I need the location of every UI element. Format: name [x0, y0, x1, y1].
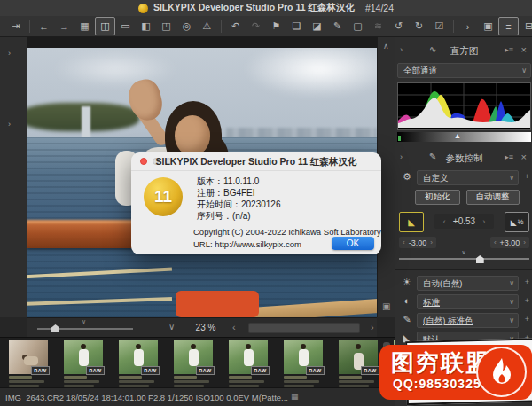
compare-view-icon[interactable]: ◧ — [136, 17, 156, 35]
white-balance-select[interactable]: 自动(自然) ∨ — [417, 276, 519, 291]
color-select[interactable]: (自然) 标准色 ∨ — [417, 313, 519, 328]
preset-select[interactable]: 自定义 ∨ — [417, 170, 519, 185]
scroll-right-icon[interactable]: › — [371, 322, 374, 332]
color-pen-icon[interactable]: ✎ — [401, 314, 413, 325]
exposure-slider-thumb[interactable] — [476, 255, 484, 263]
exposure-pen-icon[interactable]: ⚑ — [266, 17, 286, 35]
add-tone-icon[interactable]: + — [525, 296, 529, 305]
chevron-down-icon: ∨ — [521, 66, 527, 74]
thumbnail-caption — [174, 380, 209, 383]
partial-selection-icon[interactable]: ▢ — [348, 17, 368, 35]
expand-left-panel-1-icon[interactable]: › — [8, 49, 11, 58]
chevron-left-icon: ‹ — [403, 238, 405, 246]
exposure-bias-icon[interactable]: ◣ — [399, 212, 424, 232]
exposure-value-stepper[interactable]: ‹ +0.53 › — [434, 214, 494, 229]
undo-icon[interactable]: ↶ — [225, 17, 246, 35]
zoom-slider-thumb[interactable] — [51, 324, 59, 332]
layer-stack-icon[interactable]: ≋ — [368, 17, 388, 35]
more-tools-icon[interactable]: › — [458, 17, 478, 35]
prev-image-icon[interactable]: ← — [34, 17, 54, 35]
horizontal-scrollbar-thumb[interactable] — [249, 324, 359, 332]
version-value: 11.0.11.0 — [223, 176, 259, 186]
color-pen-icon[interactable]: ✎ — [327, 17, 348, 35]
develop-export-icon[interactable]: ⇥ — [5, 17, 26, 35]
tone-select[interactable]: 标准 ∨ — [417, 294, 519, 309]
contrast-icon[interactable]: ◐ — [401, 295, 413, 306]
rotate-left-icon[interactable]: ↺ — [388, 17, 409, 35]
mark-check-icon[interactable]: ☑ — [429, 17, 450, 35]
exposure-value: +0.53 — [453, 216, 475, 226]
zoom-slider-tick-icon: ∨ — [82, 318, 86, 325]
thumbnail-4[interactable]: RAW — [169, 340, 217, 387]
combination-view-icon[interactable]: ◫ — [95, 17, 115, 35]
redo-icon[interactable]: ↷ — [246, 17, 266, 35]
initialize-button[interactable]: 初始化 — [415, 190, 460, 205]
panel-menu-icon[interactable]: ▸≡ — [505, 45, 513, 54]
version-field: 版本：11.0.11.0 — [197, 176, 281, 187]
gradient-marker-icon[interactable]: ▲ — [453, 131, 461, 140]
chart-mini-icon[interactable]: ▦ — [291, 392, 299, 401]
add-wb-icon[interactable]: + — [525, 277, 529, 286]
thumbnail-3[interactable]: RAW — [114, 340, 162, 387]
histogram-gradient-bar[interactable]: ▲ — [397, 132, 531, 142]
range-min-chip[interactable]: ‹ -3.00 › — [399, 237, 436, 248]
registration-value: BG4FEI — [223, 188, 255, 198]
scroll-up-icon[interactable]: ∧ — [383, 42, 389, 51]
ok-button[interactable]: OK — [332, 237, 374, 250]
decrease-exposure-icon[interactable]: ‹ — [443, 217, 446, 226]
auto-adjust-button[interactable]: 自动调整 — [466, 190, 520, 205]
thumbnail-caption — [64, 376, 87, 379]
thumbnail-view-icon[interactable]: ▦ — [74, 17, 95, 35]
loupe-icon[interactable]: ◎ — [176, 17, 197, 35]
chevron-left-icon: ‹ — [494, 238, 497, 246]
chevron-right-icon: › — [523, 238, 526, 246]
add-preset-icon[interactable]: + — [525, 172, 529, 181]
tone-pen-icon[interactable]: ◪ — [307, 17, 327, 35]
photo-woman-skirt — [176, 291, 259, 317]
panel-close-icon[interactable]: × — [521, 152, 527, 162]
thumbnail-5[interactable]: RAW — [224, 340, 272, 387]
start-date-field: 开始时间：20230126 — [197, 199, 281, 210]
half-step-label: ½ — [518, 218, 524, 226]
exposure-slider-track[interactable] — [399, 258, 529, 260]
panel-close-icon[interactable]: × — [521, 44, 527, 55]
copy-settings-icon[interactable]: ▣ — [478, 17, 498, 35]
next-image-icon[interactable]: → — [54, 17, 74, 35]
print-icon[interactable]: ⊟ — [519, 17, 532, 35]
thumbnail-6[interactable]: RAW — [279, 340, 327, 387]
horizontal-scrollbar[interactable] — [248, 323, 360, 333]
white-balance-sun-icon[interactable]: ☀ — [401, 277, 413, 288]
thumbnail-caption — [9, 376, 32, 379]
thumbnail-2[interactable]: RAW — [59, 340, 107, 387]
raw-badge: RAW — [141, 366, 160, 375]
panel-menu-icon[interactable]: ▸≡ — [505, 152, 513, 161]
preview-view-icon[interactable]: ▭ — [115, 17, 136, 35]
expand-left-panel-2-icon[interactable]: › — [8, 120, 11, 129]
wb-pen-icon[interactable]: ❏ — [286, 17, 307, 35]
zoom-dropdown-icon[interactable]: ∨ — [168, 322, 175, 332]
histogram-plot — [397, 82, 531, 130]
dialog-titlebar: SILKYPIX Developer Studio Pro 11 红森林汉化 — [131, 152, 381, 171]
add-color-icon[interactable]: + — [525, 315, 529, 324]
half-step-icon[interactable]: ◣ ½ — [505, 212, 529, 232]
range-max-chip[interactable]: ‹ +3.00 › — [490, 237, 529, 248]
exposure-slider[interactable]: ∨ — [399, 252, 529, 264]
raw-badge: RAW — [306, 366, 325, 375]
increase-exposure-icon[interactable]: › — [482, 217, 485, 226]
slider-center-tick-icon: ∨ — [462, 249, 466, 256]
channel-select[interactable]: 全部通道 ∨ — [397, 63, 531, 78]
color-value: (自然) 标准色 — [423, 316, 473, 327]
warning-display-icon[interactable]: ⚠ — [197, 17, 217, 35]
gear-icon[interactable]: ⚙ — [401, 171, 413, 183]
fit-display-icon[interactable]: ◰ — [156, 17, 176, 35]
control-sliders-icon[interactable]: ≡ — [498, 17, 519, 35]
half-step-triangle: ◣ — [511, 218, 517, 227]
image-info-icon[interactable]: ▣ — [382, 301, 390, 311]
watermark-flame-badge — [476, 347, 527, 397]
thumbnail-1[interactable]: RAW — [4, 340, 52, 387]
thumbnail-7[interactable]: RAW — [334, 340, 382, 387]
left-collapsed-panel-rail: › › — [0, 37, 27, 317]
image-info-text: IMG_2643.CR2 18/05/24 18:14:01.00 F2.8 1… — [5, 393, 288, 402]
scroll-left-icon[interactable]: ‹ — [232, 322, 236, 332]
rotate-right-icon[interactable]: ↻ — [409, 17, 429, 35]
